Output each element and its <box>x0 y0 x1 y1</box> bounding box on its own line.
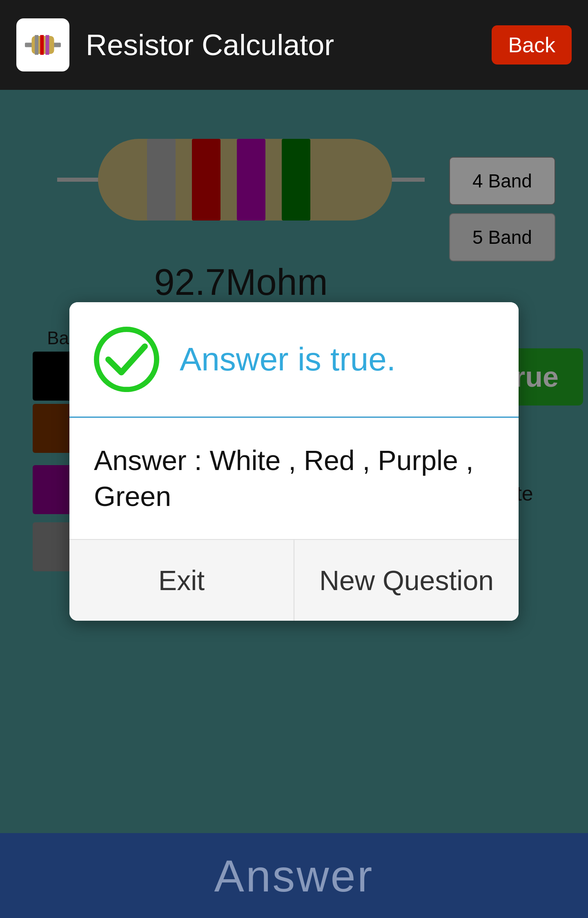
back-button[interactable]: Back <box>492 25 572 65</box>
svg-rect-3 <box>40 35 44 55</box>
dialog-answer-text: Answer : White , Red , Purple , Green <box>94 445 474 512</box>
app-title: Resistor Calculator <box>86 28 492 62</box>
checkmark-icon <box>94 327 159 392</box>
dialog-title: Answer is true. <box>180 341 396 378</box>
new-question-button[interactable]: New Question <box>294 540 519 621</box>
answer-bar: Answer <box>0 833 588 918</box>
answer-dialog: Answer is true. Answer : White , Red , P… <box>69 302 519 621</box>
app-header: Resistor Calculator Back <box>0 0 588 90</box>
main-content: 92.7Mohm 4 Band 5 Band Band 1 Band 2 Ban… <box>0 90 588 833</box>
dialog-footer: Exit New Question <box>69 540 519 621</box>
exit-button[interactable]: Exit <box>69 540 294 621</box>
svg-rect-2 <box>35 35 38 55</box>
svg-rect-4 <box>46 35 49 55</box>
app-icon <box>16 18 69 71</box>
dialog-header: Answer is true. <box>69 302 519 418</box>
answer-bar-text: Answer <box>214 850 374 902</box>
dialog-body: Answer : White , Red , Purple , Green <box>69 418 519 540</box>
